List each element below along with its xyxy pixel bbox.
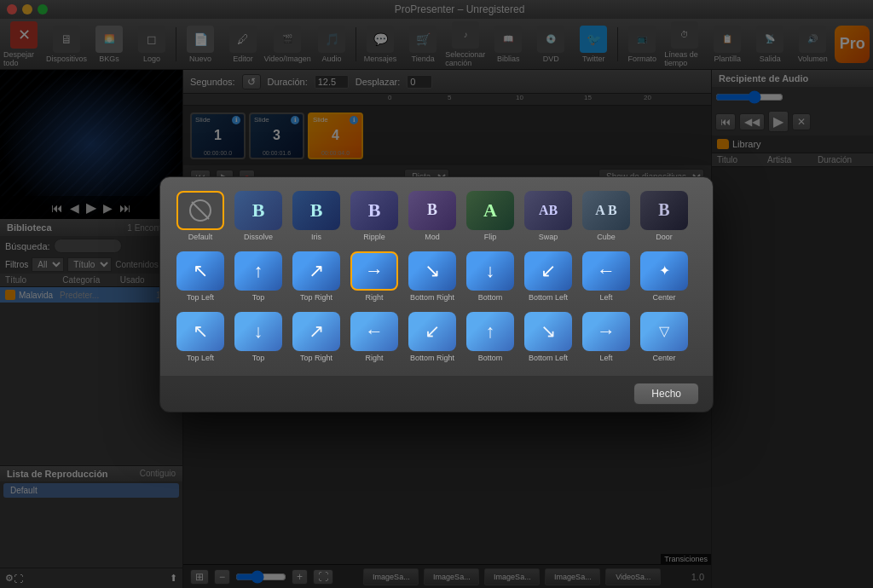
trans-door[interactable]: B Door [638,191,691,241]
trans-right2-icon: ← [350,312,398,351]
trans-bottom[interactable]: ↓ Bottom [464,251,517,302]
modal-footer: Hecho [160,376,713,412]
trans-dissolve-label: Dissolve [244,233,273,241]
modal-overlay[interactable]: Default B Dissolve B Iris [0,0,873,588]
trans-bottom-right-label: Bottom Right [410,293,454,302]
trans-swap[interactable]: AB Swap [522,191,575,241]
trans-bottom-left2-icon: ↘ [524,312,572,351]
trans-default[interactable]: Default [174,191,227,241]
done-button[interactable]: Hecho [633,383,699,405]
trans-mod[interactable]: B Mod [406,191,459,241]
trans-left2-icon: → [582,312,630,351]
trans-right-label: Right [365,293,383,302]
trans-cube[interactable]: A B Cube [580,191,633,241]
trans-top-left2[interactable]: ↖ Top Left [174,312,227,362]
trans-bottom-right2-label: Bottom Right [410,354,454,362]
trans-bottom-right[interactable]: ↘ Bottom Right [406,251,459,302]
transition-row-2: ↖ Top Left ↑ Top ↗ Top Right → Right ↘ [174,251,699,302]
trans-mod-label: Mod [425,233,440,241]
trans-iris[interactable]: B Iris [290,191,343,241]
trans-dissolve[interactable]: B Dissolve [232,191,285,241]
trans-right-icon: → [350,251,398,291]
svg-line-1 [192,202,209,219]
transition-row-3: ↖ Top Left ↓ Top ↗ Top Right ← Right ↙ [174,312,699,362]
trans-swap-label: Swap [539,233,558,241]
trans-top-left-icon: ↖ [176,251,224,291]
trans-top-left-label: Top Left [187,293,214,302]
trans-left2[interactable]: → Left [580,312,633,362]
trans-right2-label: Right [365,354,383,362]
trans-cube-icon: A B [582,191,630,230]
trans-bottom2[interactable]: ↑ Bottom [464,312,517,362]
trans-top-left2-label: Top Left [187,354,214,362]
trans-top-label: Top [252,293,265,302]
trans-left-icon: ← [582,251,630,291]
trans-bottom-right2[interactable]: ↙ Bottom Right [406,312,459,362]
trans-center[interactable]: ✦ Center [638,251,691,302]
trans-bottom-label: Bottom [478,293,503,302]
trans-bottom-right2-icon: ↙ [408,312,456,351]
trans-left[interactable]: ← Left [580,251,633,302]
trans-left-label: Left [599,293,612,302]
trans-mod-icon: B [408,191,456,230]
trans-iris-label: Iris [311,233,321,241]
trans-iris-icon: B [292,191,340,230]
trans-right2[interactable]: ← Right [348,312,401,362]
trans-bottom-left[interactable]: ↙ Bottom Left [522,251,575,302]
trans-door-label: Door [656,233,673,241]
trans-bottom-right-icon: ↘ [408,251,456,291]
trans-top2[interactable]: ↓ Top [232,312,285,362]
trans-top-icon: ↑ [234,251,282,291]
trans-top-right2-label: Top Right [300,354,332,362]
trans-top-right2[interactable]: ↗ Top Right [290,312,343,362]
trans-center2-icon: ▽ [640,312,688,351]
trans-default-icon [176,191,224,230]
trans-top-right-icon: ↗ [292,251,340,291]
trans-ripple-icon: B [350,191,398,230]
trans-top-right2-icon: ↗ [292,312,340,351]
trans-default-label: Default [188,233,213,241]
trans-bottom-left-icon: ↙ [524,251,572,291]
trans-left2-label: Left [599,354,612,362]
trans-flip-icon: A [466,191,514,230]
trans-top-left[interactable]: ↖ Top Left [174,251,227,302]
trans-bottom-left2-label: Bottom Left [529,354,568,362]
transitions-modal: Default B Dissolve B Iris [159,176,714,412]
trans-top-left2-icon: ↖ [176,312,224,351]
modal-content: Default B Dissolve B Iris [160,177,713,376]
trans-bottom-left2[interactable]: ↘ Bottom Left [522,312,575,362]
trans-bottom-left-label: Bottom Left [529,293,568,302]
trans-flip[interactable]: A Flip [464,191,517,241]
trans-ripple[interactable]: B Ripple [348,191,401,241]
trans-right[interactable]: → Right [348,251,401,302]
trans-bottom2-label: Bottom [478,354,503,362]
trans-center-label: Center [652,293,675,302]
trans-top2-label: Top [252,354,265,362]
transition-row-1: Default B Dissolve B Iris [174,191,699,241]
trans-top-right-label: Top Right [300,293,332,302]
trans-cube-label: Cube [597,233,616,241]
trans-flip-label: Flip [484,233,497,241]
trans-center-icon: ✦ [640,251,688,291]
trans-swap-icon: AB [524,191,572,230]
trans-center2-label: Center [652,354,675,362]
trans-center2[interactable]: ▽ Center [638,312,691,362]
trans-top[interactable]: ↑ Top [232,251,285,302]
trans-bottom2-icon: ↑ [466,312,514,351]
trans-ripple-label: Ripple [363,233,385,241]
trans-dissolve-icon: B [234,191,282,230]
trans-bottom-icon: ↓ [466,251,514,291]
trans-door-icon: B [640,191,688,230]
trans-top2-icon: ↓ [234,312,282,351]
trans-top-right[interactable]: ↗ Top Right [290,251,343,302]
